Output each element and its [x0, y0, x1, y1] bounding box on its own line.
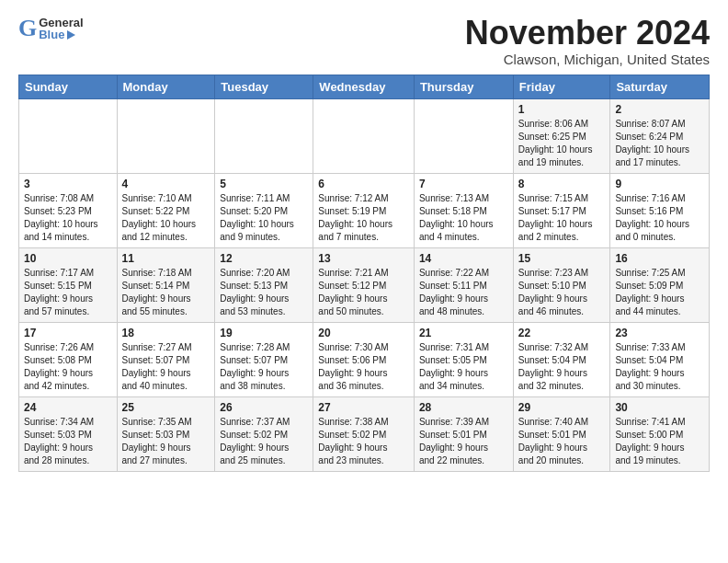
calendar-cell: 6Sunrise: 7:12 AM Sunset: 5:19 PM Daylig…: [313, 173, 415, 247]
calendar-cell: 20Sunrise: 7:30 AM Sunset: 5:06 PM Dayli…: [313, 322, 415, 396]
title-area: November 2024 Clawson, Michigan, United …: [465, 15, 710, 67]
calendar-cell: 21Sunrise: 7:31 AM Sunset: 5:05 PM Dayli…: [414, 322, 513, 396]
calendar-header-thursday: Thursday: [414, 75, 513, 98]
day-info: Sunrise: 7:26 AM Sunset: 5:08 PM Dayligh…: [24, 341, 112, 393]
calendar-cell: [117, 98, 215, 173]
day-number: 3: [24, 178, 112, 190]
day-number: 12: [220, 252, 308, 265]
day-info: Sunrise: 8:07 AM Sunset: 6:24 PM Dayligh…: [615, 118, 704, 169]
day-info: Sunrise: 7:27 AM Sunset: 5:07 PM Dayligh…: [122, 341, 210, 393]
calendar-cell: 16Sunrise: 7:25 AM Sunset: 5:09 PM Dayli…: [610, 247, 710, 322]
calendar-header-tuesday: Tuesday: [215, 75, 313, 98]
day-info: Sunrise: 7:17 AM Sunset: 5:15 PM Dayligh…: [24, 267, 112, 318]
logo-g-letter: G: [18, 15, 37, 42]
day-number: 23: [615, 327, 704, 339]
day-info: Sunrise: 7:30 AM Sunset: 5:06 PM Dayligh…: [318, 341, 409, 393]
day-info: Sunrise: 7:22 AM Sunset: 5:11 PM Dayligh…: [419, 267, 508, 318]
day-info: Sunrise: 7:33 AM Sunset: 5:04 PM Dayligh…: [615, 341, 704, 393]
calendar-cell: 9Sunrise: 7:16 AM Sunset: 5:16 PM Daylig…: [610, 173, 710, 247]
day-info: Sunrise: 7:08 AM Sunset: 5:23 PM Dayligh…: [24, 192, 112, 244]
day-info: Sunrise: 8:06 AM Sunset: 6:25 PM Dayligh…: [518, 118, 606, 169]
calendar-header-saturday: Saturday: [610, 75, 710, 98]
day-info: Sunrise: 7:15 AM Sunset: 5:17 PM Dayligh…: [518, 192, 606, 244]
calendar-header-sunday: Sunday: [19, 75, 118, 98]
day-number: 17: [24, 327, 112, 339]
calendar-cell: 22Sunrise: 7:32 AM Sunset: 5:04 PM Dayli…: [513, 322, 610, 396]
calendar-cell: 14Sunrise: 7:22 AM Sunset: 5:11 PM Dayli…: [414, 247, 513, 322]
day-info: Sunrise: 7:39 AM Sunset: 5:01 PM Dayligh…: [419, 416, 508, 467]
calendar-week-3: 10Sunrise: 7:17 AM Sunset: 5:15 PM Dayli…: [19, 247, 710, 322]
calendar-cell: 2Sunrise: 8:07 AM Sunset: 6:24 PM Daylig…: [610, 98, 710, 173]
calendar-week-4: 17Sunrise: 7:26 AM Sunset: 5:08 PM Dayli…: [19, 322, 710, 396]
day-number: 25: [122, 401, 210, 414]
calendar-cell: 30Sunrise: 7:41 AM Sunset: 5:00 PM Dayli…: [610, 396, 710, 471]
day-number: 22: [518, 327, 606, 339]
day-info: Sunrise: 7:12 AM Sunset: 5:19 PM Dayligh…: [318, 192, 409, 244]
calendar-cell: [19, 98, 118, 173]
day-info: Sunrise: 7:13 AM Sunset: 5:18 PM Dayligh…: [419, 192, 508, 244]
day-number: 4: [122, 178, 210, 190]
month-title: November 2024: [465, 15, 710, 52]
day-number: 15: [518, 252, 606, 265]
day-number: 26: [220, 401, 308, 414]
calendar-cell: [215, 98, 313, 173]
logo: G General Blue: [18, 15, 84, 42]
calendar-cell: 28Sunrise: 7:39 AM Sunset: 5:01 PM Dayli…: [414, 396, 513, 471]
header: G General Blue November 2024 Clawson, Mi…: [18, 15, 710, 67]
day-info: Sunrise: 7:16 AM Sunset: 5:16 PM Dayligh…: [615, 192, 704, 244]
day-number: 24: [24, 401, 112, 414]
day-number: 18: [122, 327, 210, 339]
calendar-cell: 18Sunrise: 7:27 AM Sunset: 5:07 PM Dayli…: [117, 322, 215, 396]
calendar-cell: 23Sunrise: 7:33 AM Sunset: 5:04 PM Dayli…: [610, 322, 710, 396]
calendar-cell: 17Sunrise: 7:26 AM Sunset: 5:08 PM Dayli…: [19, 322, 118, 396]
logo-blue: Blue: [39, 29, 64, 40]
day-info: Sunrise: 7:38 AM Sunset: 5:02 PM Dayligh…: [318, 416, 409, 467]
day-number: 9: [615, 178, 704, 190]
page: G General Blue November 2024 Clawson, Mi…: [0, 0, 728, 487]
calendar-cell: 5Sunrise: 7:11 AM Sunset: 5:20 PM Daylig…: [215, 173, 313, 247]
day-info: Sunrise: 7:31 AM Sunset: 5:05 PM Dayligh…: [419, 341, 508, 393]
day-number: 10: [24, 252, 112, 265]
calendar-cell: 1Sunrise: 8:06 AM Sunset: 6:25 PM Daylig…: [513, 98, 610, 173]
day-info: Sunrise: 7:35 AM Sunset: 5:03 PM Dayligh…: [122, 416, 210, 467]
logo-text-block: General Blue: [39, 17, 83, 40]
calendar-cell: 3Sunrise: 7:08 AM Sunset: 5:23 PM Daylig…: [19, 173, 118, 247]
day-info: Sunrise: 7:23 AM Sunset: 5:10 PM Dayligh…: [518, 267, 606, 318]
calendar-cell: [414, 98, 513, 173]
day-number: 20: [318, 327, 409, 339]
calendar-table: SundayMondayTuesdayWednesdayThursdayFrid…: [18, 75, 710, 472]
day-info: Sunrise: 7:18 AM Sunset: 5:14 PM Dayligh…: [122, 267, 210, 318]
calendar-header-friday: Friday: [513, 75, 610, 98]
day-info: Sunrise: 7:40 AM Sunset: 5:01 PM Dayligh…: [518, 416, 606, 467]
calendar-cell: 8Sunrise: 7:15 AM Sunset: 5:17 PM Daylig…: [513, 173, 610, 247]
calendar-header-monday: Monday: [117, 75, 215, 98]
calendar-week-2: 3Sunrise: 7:08 AM Sunset: 5:23 PM Daylig…: [19, 173, 710, 247]
day-number: 1: [518, 103, 606, 116]
day-info: Sunrise: 7:34 AM Sunset: 5:03 PM Dayligh…: [24, 416, 112, 467]
calendar-cell: 25Sunrise: 7:35 AM Sunset: 5:03 PM Dayli…: [117, 396, 215, 471]
calendar-cell: 7Sunrise: 7:13 AM Sunset: 5:18 PM Daylig…: [414, 173, 513, 247]
calendar-cell: 27Sunrise: 7:38 AM Sunset: 5:02 PM Dayli…: [313, 396, 415, 471]
calendar-header-row: SundayMondayTuesdayWednesdayThursdayFrid…: [19, 75, 710, 98]
calendar-cell: 10Sunrise: 7:17 AM Sunset: 5:15 PM Dayli…: [19, 247, 118, 322]
day-info: Sunrise: 7:28 AM Sunset: 5:07 PM Dayligh…: [220, 341, 308, 393]
calendar-cell: 4Sunrise: 7:10 AM Sunset: 5:22 PM Daylig…: [117, 173, 215, 247]
day-number: 6: [318, 178, 409, 190]
location-title: Clawson, Michigan, United States: [465, 52, 710, 67]
calendar-cell: 12Sunrise: 7:20 AM Sunset: 5:13 PM Dayli…: [215, 247, 313, 322]
day-number: 5: [220, 178, 308, 190]
calendar-cell: [313, 98, 415, 173]
day-number: 2: [615, 103, 704, 116]
day-number: 21: [419, 327, 508, 339]
logo-triangle-icon: [67, 30, 75, 40]
day-number: 30: [615, 401, 704, 414]
calendar-cell: 19Sunrise: 7:28 AM Sunset: 5:07 PM Dayli…: [215, 322, 313, 396]
day-info: Sunrise: 7:11 AM Sunset: 5:20 PM Dayligh…: [220, 192, 308, 244]
day-number: 16: [615, 252, 704, 265]
day-info: Sunrise: 7:32 AM Sunset: 5:04 PM Dayligh…: [518, 341, 606, 393]
day-info: Sunrise: 7:10 AM Sunset: 5:22 PM Dayligh…: [122, 192, 210, 244]
day-info: Sunrise: 7:25 AM Sunset: 5:09 PM Dayligh…: [615, 267, 704, 318]
calendar-cell: 24Sunrise: 7:34 AM Sunset: 5:03 PM Dayli…: [19, 396, 118, 471]
calendar-cell: 13Sunrise: 7:21 AM Sunset: 5:12 PM Dayli…: [313, 247, 415, 322]
calendar-week-1: 1Sunrise: 8:06 AM Sunset: 6:25 PM Daylig…: [19, 98, 710, 173]
